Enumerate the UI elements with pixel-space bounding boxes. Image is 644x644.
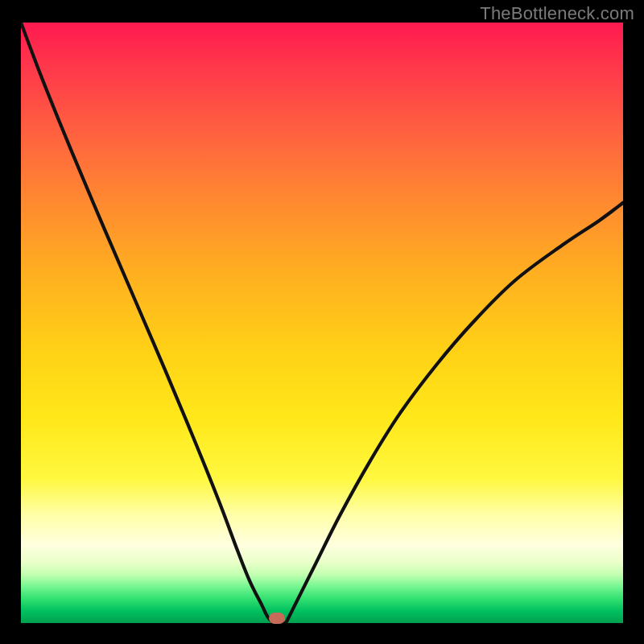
chart-frame: TheBottleneck.com xyxy=(0,0,644,644)
optimum-marker xyxy=(269,613,285,624)
curve-right-branch xyxy=(286,203,623,623)
curve-group xyxy=(21,23,623,623)
curve-left-branch xyxy=(21,23,274,623)
plot-area xyxy=(21,23,623,623)
bottleneck-curve-svg xyxy=(21,23,623,623)
watermark-label: TheBottleneck.com xyxy=(480,3,634,24)
